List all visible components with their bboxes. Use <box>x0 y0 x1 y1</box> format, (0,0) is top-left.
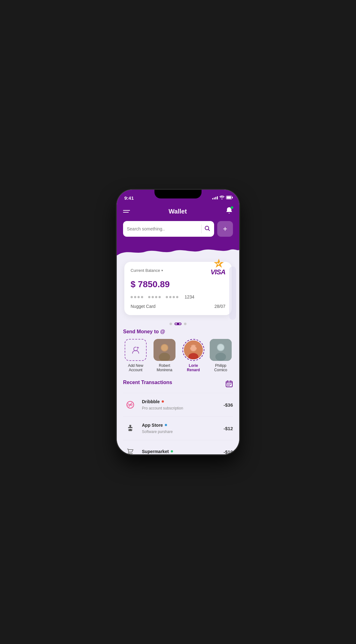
phone-frame: 9:41 <box>117 190 239 454</box>
add-account-label: Add NewAccount <box>128 363 143 372</box>
contact-item-robert[interactable]: RobertMonirena <box>152 339 177 372</box>
add-account-item[interactable]: Add NewAccount <box>123 339 148 372</box>
card-name: Nugget Card <box>131 304 155 309</box>
balance-amount: $ 7850.89 <box>131 279 225 289</box>
transaction-name-supermarket: Supermarket <box>142 449 169 454</box>
status-icons <box>212 196 233 200</box>
transaction-item-supermarket[interactable]: Supermarket -$10 <box>123 440 233 454</box>
notification-badge <box>230 206 234 209</box>
card-last-digits: 1234 <box>185 294 194 299</box>
dribbble-icon <box>123 398 138 412</box>
verified-badge <box>213 258 224 269</box>
transaction-amount-dribbble: -$36 <box>224 402 233 408</box>
card-expiry: 28/07 <box>214 304 225 309</box>
contacts-row: Add NewAccount <box>123 339 233 373</box>
status-dot-appstore <box>165 424 167 426</box>
transaction-item-dribbble[interactable]: Dribbble Pro account subscription -$36 <box>123 393 233 416</box>
status-dot-supermarket <box>171 450 173 452</box>
transaction-amount-appstore: -$12 <box>224 426 233 431</box>
app-header: Wallet <box>117 203 239 221</box>
supermarket-icon <box>123 445 138 454</box>
card-dot-group-3 <box>166 296 178 298</box>
wave-divider <box>117 245 239 256</box>
svg-point-20 <box>218 344 224 351</box>
add-button[interactable]: + <box>217 221 233 237</box>
pagination-dot-2-active[interactable] <box>175 323 181 325</box>
menu-button[interactable] <box>123 210 130 213</box>
svg-rect-2 <box>232 197 233 198</box>
contact-item-lorie[interactable]: LorieRenard <box>181 339 206 372</box>
appstore-icon <box>123 421 138 435</box>
contact-name-philipp: PhilippCornico <box>214 363 227 372</box>
svg-point-19 <box>215 353 226 361</box>
send-money-section: Send Money to @ <box>123 329 233 373</box>
battery-icon <box>226 196 233 200</box>
transaction-desc-dribbble: Pro account subscription <box>142 406 183 410</box>
card-peek <box>229 267 236 320</box>
transaction-amount-supermarket: -$10 <box>224 449 233 455</box>
transaction-desc-appstore: Software purshare <box>142 430 173 434</box>
contact-name-lorie: LorieRenard <box>187 363 200 372</box>
card-dot-group-2 <box>148 296 161 298</box>
pagination <box>123 323 233 325</box>
contact-avatar-lorie <box>182 339 204 361</box>
svg-marker-4 <box>214 259 224 268</box>
page-title: Wallet <box>169 208 187 215</box>
notification-button[interactable] <box>225 207 233 216</box>
card-section: Current Balance ▾ VISA $ 7850.89 <box>123 262 233 319</box>
search-icon[interactable] <box>204 225 210 233</box>
chevron-down-icon: ▾ <box>161 269 163 272</box>
calendar-icon[interactable] <box>225 380 233 389</box>
contact-item-philipp[interactable]: PhilippCornico <box>210 339 232 372</box>
main-content: Current Balance ▾ VISA $ 7850.89 <box>117 256 239 454</box>
search-input[interactable] <box>127 226 199 231</box>
transactions-section: Recent Transactions <box>123 380 233 454</box>
contact-name-robert: RobertMonirena <box>157 363 172 372</box>
credit-card[interactable]: Current Balance ▾ VISA $ 7850.89 <box>124 262 232 315</box>
search-bar[interactable] <box>123 221 214 237</box>
notch <box>154 190 202 198</box>
add-account-button[interactable] <box>125 339 147 361</box>
phone-screen: 9:41 <box>117 190 239 454</box>
svg-rect-23 <box>229 384 230 385</box>
wifi-icon <box>219 196 224 200</box>
svg-rect-1 <box>227 196 231 199</box>
contact-avatar-philipp <box>210 339 232 361</box>
status-dot-dribbble <box>162 400 164 403</box>
pagination-dot-3[interactable] <box>184 323 186 325</box>
svg-point-16 <box>191 345 196 351</box>
card-network-logo: VISA <box>211 268 225 276</box>
transaction-item-appstore[interactable]: App Store Software purshare -$12 <box>123 416 233 440</box>
transaction-name-appstore: App Store <box>142 423 163 428</box>
transactions-header: Recent Transactions <box>123 380 233 390</box>
pagination-dot-1[interactable] <box>170 323 172 325</box>
signal-icon <box>212 196 218 199</box>
send-money-title: Send Money to @ <box>123 329 233 335</box>
search-section: + <box>117 221 239 245</box>
svg-rect-25 <box>227 385 228 386</box>
svg-point-12 <box>161 345 168 351</box>
svg-rect-26 <box>229 385 230 386</box>
card-dot-group-1 <box>131 296 143 298</box>
balance-label: Current Balance ▾ <box>131 268 163 273</box>
transaction-name-dribbble: Dribbble <box>142 399 160 404</box>
svg-rect-24 <box>230 384 231 385</box>
status-time: 9:41 <box>124 195 134 201</box>
svg-rect-22 <box>227 384 228 385</box>
contact-avatar-robert <box>154 339 175 361</box>
transactions-title: Recent Transactions <box>123 380 172 385</box>
